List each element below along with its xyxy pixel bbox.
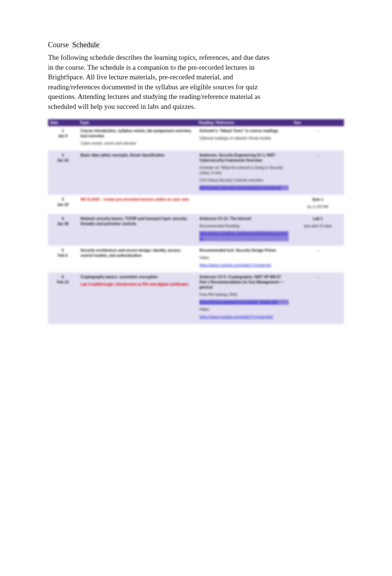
table-cell: Anderson Ch 21: The InternetRecommended …: [196, 214, 292, 246]
date-line: Feb 6: [51, 253, 75, 258]
cell-text: CIS Critical Security Controls overview:: [199, 178, 289, 183]
table-cell: –: [292, 151, 344, 195]
cell-text: Recommended Reading:: [199, 224, 289, 229]
cell-text: https://www.youtube.com/watch?v=example: [199, 263, 289, 268]
table-cell: [292, 324, 344, 328]
cell-text: Cryptography basics: symmetric encryptio…: [80, 275, 193, 280]
table-cell: [196, 324, 292, 328]
date-line: Jan 16: [51, 158, 75, 163]
cell-text: –: [295, 128, 341, 134]
date-cell: 5Feb 6: [48, 246, 78, 272]
table-header-row: Date Topic Reading / Reference Due: [48, 119, 344, 126]
cell-text: Course introduction, syllabus review, la…: [80, 128, 193, 139]
table-cell: –: [292, 246, 344, 272]
date-cell: 3Jan 23: [48, 195, 78, 214]
table-row: 5Feb 6Security architecture and secure d…: [48, 246, 344, 272]
title-word-course: Course: [48, 41, 69, 49]
table-cell: Quiz 1by 11:59 PM: [292, 195, 344, 214]
col-header-ref: Reading / Reference: [196, 119, 292, 126]
cell-text: by 11:59 PM: [295, 204, 341, 210]
table-row: 2Jan 16Basic data safety concepts, threa…: [48, 151, 344, 195]
date-cell: 2Jan 16: [48, 151, 78, 195]
table-cell: NO CLASS – review pre-recorded lectures …: [78, 195, 196, 214]
col-header-topic: Topic: [78, 119, 196, 126]
table-cell: [196, 195, 292, 214]
cell-text: Schneier's "Attack Trees" in course read…: [199, 128, 289, 134]
table-cell: Security architecture and secure design;…: [78, 246, 196, 272]
date-line: 5: [51, 248, 75, 253]
table-row: 3Jan 23NO CLASS – review pre-recorded le…: [48, 195, 344, 214]
cell-text: Optional readings on attacker threat mod…: [199, 136, 289, 141]
date-line: 3: [51, 197, 75, 202]
table-cell: –: [292, 272, 344, 324]
cell-text: Security architecture and secure design;…: [80, 248, 193, 258]
cell-text: Quiz 1: [295, 197, 341, 202]
date-line: 6: [51, 275, 75, 280]
date-line: Jan 30: [51, 221, 75, 227]
cell-text: –: [295, 153, 341, 158]
cell-text: https://www.youtube.com/watch?v=example2: [199, 314, 289, 320]
cell-text: Anderson Ch 21: The Internet: [199, 216, 289, 221]
cell-text: https://fedvte.usalearning.gov/public_fe…: [199, 300, 289, 305]
table-cell: –: [292, 126, 344, 151]
table-row: [48, 324, 344, 328]
cell-text: Anderson Ch 5: Cryptography; NIST SP 800…: [199, 275, 289, 290]
schedule-table: Date Topic Reading / Reference Due 1Jan …: [48, 119, 344, 328]
cell-text: Basic data safety concepts, threat class…: [80, 153, 193, 158]
cell-text: Network security basics; TCP/IP and tran…: [80, 216, 193, 227]
table-cell: Anderson Ch 5: Cryptography; NIST SP 800…: [196, 272, 292, 324]
date-line: 2: [51, 153, 75, 158]
table-row: 4Jan 30Network security basics; TCP/IP a…: [48, 214, 344, 246]
cell-text: https://www.cisecurity.org/controls/cis-…: [199, 185, 289, 190]
table-cell: Basic data safety concepts, threat class…: [78, 151, 196, 195]
table-cell: Anderson, Security Engineering Ch 1; NIS…: [196, 151, 292, 195]
page-content: Course Schedule The following schedule d…: [0, 0, 392, 328]
table-cell: Lab 1due start of class: [292, 214, 344, 246]
cell-text: Schneier on "What the Internet is Doing …: [199, 165, 289, 176]
date-line: Jan 9: [51, 134, 75, 139]
date-line: Feb 13: [51, 280, 75, 285]
table-row: 6Feb 13Cryptography basics: symmetric en…: [48, 272, 344, 324]
cell-text: Anderson, Security Engineering Ch 1; NIS…: [199, 153, 289, 163]
date-cell: 1Jan 9: [48, 126, 78, 151]
cell-text: https://www.cloudflare.com/learning/ddos…: [199, 231, 289, 241]
col-header-date: Date: [48, 119, 78, 126]
date-line: Jan 23: [51, 202, 75, 207]
page-title: Course Schedule: [48, 41, 344, 49]
cell-text: due start of class: [295, 224, 341, 229]
table-cell: Course introduction, syllabus review, la…: [78, 126, 196, 151]
table-cell: Network security basics; TCP/IP and tran…: [78, 214, 196, 246]
date-cell: [48, 324, 78, 328]
cell-text: Video:: [199, 307, 289, 312]
date-cell: 4Jan 30: [48, 214, 78, 246]
table-cell: Recommended text: Security Design Primer…: [196, 246, 292, 272]
cell-text: Recommended text: Security Design Primer: [199, 248, 289, 253]
date-line: 1: [51, 128, 75, 134]
table-cell: [78, 324, 196, 328]
cell-text: Lab 3 walkthrough; introduction to PKI a…: [80, 282, 193, 287]
intro-paragraph: The following schedule describes the lea…: [48, 53, 273, 112]
table-row: 1Jan 9Course introduction, syllabus revi…: [48, 126, 344, 151]
table-cell: Schneier's "Attack Trees" in course read…: [196, 126, 292, 151]
cell-text: Cyber events: recent and relevant: [80, 141, 193, 146]
cell-text: Free PKI training: DHS:: [199, 292, 289, 297]
date-cell: 6Feb 13: [48, 272, 78, 324]
cell-text: Video:: [199, 255, 289, 261]
title-word-schedule: Schedule: [71, 41, 101, 49]
date-line: 4: [51, 216, 75, 221]
cell-text: –: [295, 275, 341, 280]
cell-text: Lab 1: [295, 216, 341, 221]
col-header-due: Due: [292, 119, 344, 126]
cell-text: –: [295, 248, 341, 253]
table-cell: Cryptography basics: symmetric encryptio…: [78, 272, 196, 324]
cell-text: NO CLASS – review pre-recorded lectures …: [80, 197, 193, 202]
